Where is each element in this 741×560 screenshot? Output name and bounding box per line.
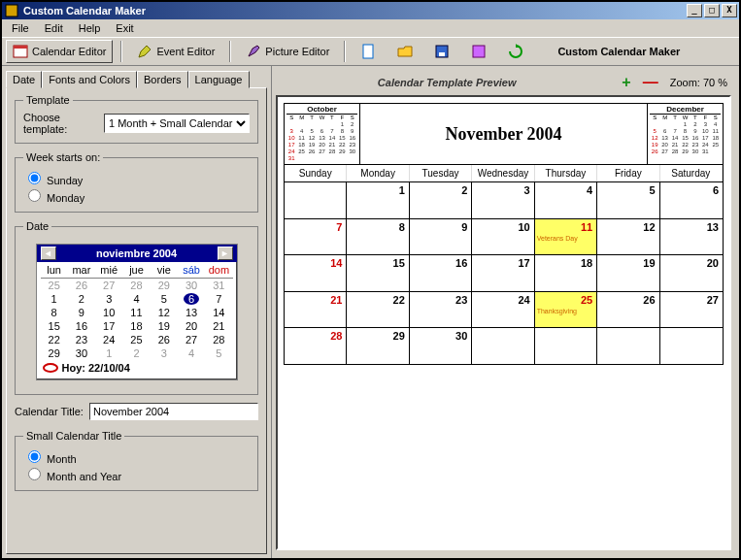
mini-cal-day[interactable]: 27: [178, 333, 205, 346]
mini-cal-day[interactable]: 15: [41, 319, 68, 333]
mini-cal-day[interactable]: 13: [178, 306, 205, 319]
mini-cal-day[interactable]: 24: [95, 333, 122, 346]
mini-cal-day[interactable]: 3: [95, 292, 122, 306]
close-button[interactable]: X: [722, 4, 737, 17]
mini-cal-day[interactable]: 23: [68, 333, 95, 346]
zoom-in-button[interactable]: +: [622, 74, 630, 91]
radio-month[interactable]: Month: [23, 453, 77, 465]
preview-day-cell: 21: [285, 291, 347, 328]
smalltitle-legend: Small Calendar Title: [23, 430, 124, 442]
mini-cal-day[interactable]: 9: [68, 306, 95, 319]
mini-cal-dayheader: mar: [68, 264, 95, 279]
prev-month-button[interactable]: ◄: [41, 247, 56, 260]
mini-calendar: ◄ noviembre 2004 ► lunmarmiéjueviesábdom…: [36, 244, 238, 380]
minimize-button[interactable]: _: [687, 4, 702, 17]
radio-monday[interactable]: Monday: [23, 192, 84, 204]
mini-cal-day[interactable]: 31: [205, 279, 232, 292]
menu-exit[interactable]: Exit: [110, 21, 139, 35]
template-select[interactable]: 1 Month + Small Calendar: [104, 114, 250, 133]
calendar-title-input[interactable]: [89, 403, 258, 420]
tab-date[interactable]: Date: [6, 71, 42, 88]
mini-cal-day[interactable]: 5: [205, 346, 232, 360]
refresh-button[interactable]: [501, 40, 530, 63]
mini-cal-day[interactable]: 19: [151, 319, 178, 333]
save-button[interactable]: [427, 40, 456, 63]
mini-cal-day[interactable]: 30: [68, 346, 95, 360]
mini-cal-day[interactable]: 29: [41, 346, 68, 360]
template-group: Template Choose template: 1 Month + Smal…: [15, 94, 258, 144]
event-editor-button[interactable]: Event Editor: [130, 40, 221, 63]
mini-cal-dayheader: sáb: [178, 264, 205, 279]
today-label: Hoy: 22/10/04: [62, 362, 130, 374]
preview-day-cell: 18: [535, 254, 597, 291]
mini-cal-day[interactable]: 2: [122, 346, 150, 360]
mini-cal-day[interactable]: 28: [205, 333, 232, 346]
mini-cal-day[interactable]: 5: [151, 292, 178, 306]
preview-day-cell: 19: [597, 254, 659, 291]
mini-cal-day[interactable]: 26: [68, 279, 95, 292]
template-legend: Template: [23, 94, 73, 106]
mini-cal-day[interactable]: 3: [151, 346, 178, 360]
menu-file[interactable]: File: [6, 21, 35, 35]
picture-editor-button[interactable]: Picture Editor: [239, 40, 336, 63]
mini-cal-day[interactable]: 1: [95, 346, 122, 360]
menu-help[interactable]: Help: [73, 21, 107, 35]
mini-cal-day[interactable]: 10: [95, 306, 122, 319]
zoom-label: Zoom: 70 %: [670, 77, 727, 88]
preview-day-cell: 30: [410, 327, 472, 364]
svg-rect-0: [6, 5, 17, 16]
toolbar-divider: [229, 41, 231, 62]
mini-cal-day[interactable]: 25: [41, 279, 68, 292]
preview-day-cell: [660, 327, 723, 364]
mini-cal-day[interactable]: 14: [205, 306, 232, 319]
preview-day-cell: 5: [597, 181, 659, 218]
pencil-icon: [137, 44, 152, 59]
mini-cal-day[interactable]: 25: [122, 333, 150, 346]
tab-fonts[interactable]: Fonts and Colors: [42, 71, 137, 88]
mini-cal-day[interactable]: 2: [68, 292, 95, 306]
today-row[interactable]: Hoy: 22/10/04: [37, 360, 237, 376]
mini-cal-day[interactable]: 18: [122, 319, 150, 333]
mini-cal-day[interactable]: 29: [151, 279, 178, 292]
mini-cal-day[interactable]: 20: [178, 319, 205, 333]
mini-cal-day[interactable]: 17: [95, 319, 122, 333]
menu-edit[interactable]: Edit: [39, 21, 69, 35]
mini-cal-day[interactable]: 26: [151, 333, 178, 346]
tab-language[interactable]: Language: [188, 71, 250, 88]
mini-cal-day[interactable]: 21: [205, 319, 232, 333]
preview-day-cell: 1: [347, 181, 409, 218]
mini-cal-day[interactable]: 30: [178, 279, 205, 292]
mini-cal-day[interactable]: 8: [41, 306, 68, 319]
toolbar-divider: [344, 41, 346, 62]
mini-cal-day[interactable]: 27: [95, 279, 122, 292]
mini-cal-day[interactable]: 1: [41, 292, 68, 306]
date-group: Date ◄ noviembre 2004 ► lunmarmiéjuevies…: [15, 220, 258, 395]
mini-cal-day[interactable]: 4: [122, 292, 150, 306]
mini-cal-day[interactable]: 6: [178, 292, 205, 306]
mini-cal-day[interactable]: 16: [68, 319, 95, 333]
calendar-editor-button[interactable]: Calendar Editor: [6, 40, 113, 63]
mini-cal-day[interactable]: 4: [178, 346, 205, 360]
preview-day-cell: 12: [597, 218, 659, 255]
zoom-out-button[interactable]: —: [643, 74, 658, 91]
mini-cal-day[interactable]: 11: [122, 306, 150, 319]
preview-dayheader: Wednesday: [472, 165, 534, 181]
mini-cal-day[interactable]: 22: [41, 333, 68, 346]
right-panel: Calendar Template Preview + — Zoom: 70 %…: [272, 66, 739, 558]
book-button[interactable]: [464, 40, 493, 63]
mini-cal-day[interactable]: 28: [122, 279, 150, 292]
floppy-icon: [434, 44, 450, 59]
mini-cal-day[interactable]: 7: [205, 292, 232, 306]
next-month-button[interactable]: ►: [218, 247, 233, 260]
left-panel: Date Fonts and Colors Borders Language T…: [2, 66, 272, 558]
preview-dayheader: Friday: [597, 165, 659, 181]
new-button[interactable]: [354, 40, 383, 63]
maximize-button[interactable]: □: [704, 4, 720, 17]
open-button[interactable]: [390, 40, 420, 63]
radio-sunday[interactable]: Sunday: [23, 175, 83, 186]
tab-borders[interactable]: Borders: [137, 71, 188, 88]
preview-day-cell: 11Veterans Day: [535, 218, 597, 255]
mini-cal-title: noviembre 2004: [96, 247, 177, 259]
radio-monthyear[interactable]: Month and Year: [23, 471, 121, 482]
mini-cal-day[interactable]: 12: [151, 306, 178, 319]
